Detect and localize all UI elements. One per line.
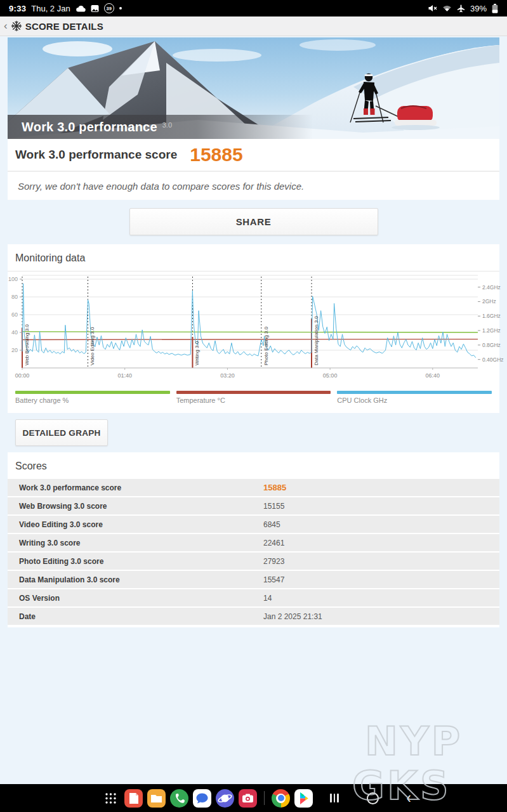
svg-text:1.2GHz: 1.2GHz: [482, 327, 501, 334]
table-row: Web Browsing 3.0 score15155: [8, 497, 499, 514]
row-value: 15885: [263, 483, 286, 492]
svg-text:00:00: 00:00: [15, 372, 30, 379]
legend-item: Battery charge %: [15, 391, 170, 404]
row-label: Date: [8, 612, 36, 621]
detailed-graph-zone: DETAILED GRAPH: [0, 413, 507, 452]
legend-color-bar: [337, 391, 492, 394]
row-value: 14: [263, 594, 272, 603]
notification-badge-icon: 39: [104, 3, 114, 13]
row-label: Video Editing 3.0 score: [8, 520, 103, 529]
svg-text:40: 40: [11, 329, 18, 336]
score-value: 15885: [190, 144, 242, 166]
svg-text:06:40: 06:40: [426, 372, 440, 379]
battery-percent: 39%: [470, 4, 487, 13]
row-label: Writing 3.0 score: [8, 539, 80, 547]
svg-text:Data Manipulation 3.0: Data Manipulation 3.0: [313, 316, 319, 365]
svg-text:Photo Editing 3.0: Photo Editing 3.0: [263, 327, 269, 365]
svg-text:Writing 3.0: Writing 3.0: [194, 341, 200, 365]
hero-banner: Work 3.0 performance 3.0: [8, 37, 499, 139]
chart-legend: Battery charge %Temperature °CCPU Clock …: [8, 387, 499, 409]
status-bar: 9:33 Thu, 2 Jan 39 39%: [0, 0, 507, 16]
table-row: Video Editing 3.0 score6845: [8, 516, 499, 533]
table-row: Data Manipulation 3.0 score15547: [8, 571, 499, 588]
screenshot-icon: [91, 4, 99, 13]
table-row: Photo Editing 3.0 score27923: [8, 553, 499, 570]
svg-text:60: 60: [11, 311, 18, 318]
svg-text:80: 80: [11, 294, 18, 300]
monitoring-card: Monitoring data Web Browsing 3.0Video Ed…: [8, 244, 499, 413]
samsung-internet-app-icon[interactable]: [216, 789, 234, 808]
legend-color-bar: [15, 391, 170, 394]
svg-text:03:20: 03:20: [220, 372, 235, 379]
hero-title-band: Work 3.0 performance 3.0: [8, 115, 313, 139]
camera-app-icon[interactable]: [239, 789, 257, 808]
row-label: OS Version: [8, 594, 60, 603]
airplane-mode-icon: [457, 4, 465, 13]
hero-version: 3.0: [162, 121, 172, 129]
table-row: OS Version14: [8, 589, 499, 606]
cloud-icon: [76, 5, 86, 12]
legend-item: CPU Clock GHz: [337, 391, 492, 404]
score-summary: Work 3.0 performance score 15885: [8, 139, 499, 172]
svg-text:Web Browsing 3.0: Web Browsing 3.0: [24, 324, 30, 365]
back-button[interactable]: ‹: [4, 20, 8, 31]
svg-text:0.40GHz: 0.40GHz: [482, 357, 504, 363]
table-row: Writing 3.0 score22461: [8, 534, 499, 551]
svg-text:1.6GHz: 1.6GHz: [482, 313, 501, 319]
pcmark-snowflake-icon: [11, 20, 22, 32]
row-value: 22461: [263, 539, 284, 547]
legend-label: Temperature °C: [176, 396, 331, 404]
legend-label: CPU Clock GHz: [337, 396, 492, 404]
svg-text:2GHz: 2GHz: [482, 298, 496, 304]
legend-color-bar: [176, 391, 331, 394]
row-value: 6845: [263, 520, 280, 529]
phone-app-icon[interactable]: [170, 789, 188, 808]
battery-icon: [492, 4, 498, 13]
scores-card: Scores Work 3.0 performance score15885We…: [8, 452, 499, 627]
clock: 9:33: [9, 4, 26, 13]
mute-icon: [428, 4, 437, 12]
share-zone: SHARE: [0, 200, 507, 244]
score-label: Work 3.0 performance score: [15, 148, 177, 162]
app-header: ‹ SCORE DETAILS: [0, 16, 507, 36]
back-nav-button[interactable]: ‹: [407, 790, 411, 806]
row-label: Data Manipulation 3.0 score: [8, 575, 120, 584]
svg-text:Video Editing 3.0: Video Editing 3.0: [89, 327, 95, 365]
play-store-app-icon[interactable]: [294, 789, 313, 808]
svg-text:20: 20: [11, 347, 18, 353]
table-row: DateJan 2 2025 21:31: [8, 608, 499, 625]
legend-label: Battery charge %: [15, 396, 170, 404]
notes-app-icon[interactable]: [124, 789, 143, 808]
notice-text: Sorry, we don't have enough data to comp…: [18, 181, 304, 192]
table-row: Work 3.0 performance score15885: [8, 479, 499, 496]
notification-dot-icon: [119, 7, 122, 10]
row-value: 15547: [263, 575, 284, 584]
all-apps-icon[interactable]: [102, 789, 120, 808]
row-value: 27923: [263, 557, 284, 566]
detailed-graph-button[interactable]: DETAILED GRAPH: [15, 419, 108, 446]
svg-text:01:40: 01:40: [117, 372, 132, 379]
wifi-icon: [442, 4, 452, 12]
row-value: 15155: [263, 502, 284, 511]
row-value: Jan 2 2025 21:31: [263, 612, 322, 621]
my-files-app-icon[interactable]: [147, 789, 166, 808]
chrome-app-icon[interactable]: [272, 789, 290, 808]
share-button[interactable]: SHARE: [129, 208, 378, 235]
page-title: SCORE DETAILS: [25, 21, 103, 32]
monitoring-chart: Web Browsing 3.0Video Editing 3.0Writing…: [8, 274, 499, 387]
svg-text:100: 100: [8, 276, 18, 282]
row-label: Web Browsing 3.0 score: [8, 502, 107, 511]
recents-button[interactable]: [330, 794, 339, 802]
svg-text:2.4GHz: 2.4GHz: [482, 284, 501, 291]
messages-app-icon[interactable]: [193, 789, 211, 808]
svg-text:0.8GHz: 0.8GHz: [482, 342, 501, 348]
taskbar: ‹: [0, 784, 507, 812]
row-label: Photo Editing 3.0 score: [8, 557, 103, 566]
legend-item: Temperature °C: [176, 391, 331, 404]
scores-title: Scores: [8, 452, 499, 479]
screen: 9:33 Thu, 2 Jan 39 39%: [0, 0, 507, 812]
row-label: Work 3.0 performance score: [8, 483, 121, 492]
home-button[interactable]: [367, 792, 379, 804]
taskbar-divider: [264, 791, 265, 805]
status-date: Thu, 2 Jan: [31, 4, 70, 13]
